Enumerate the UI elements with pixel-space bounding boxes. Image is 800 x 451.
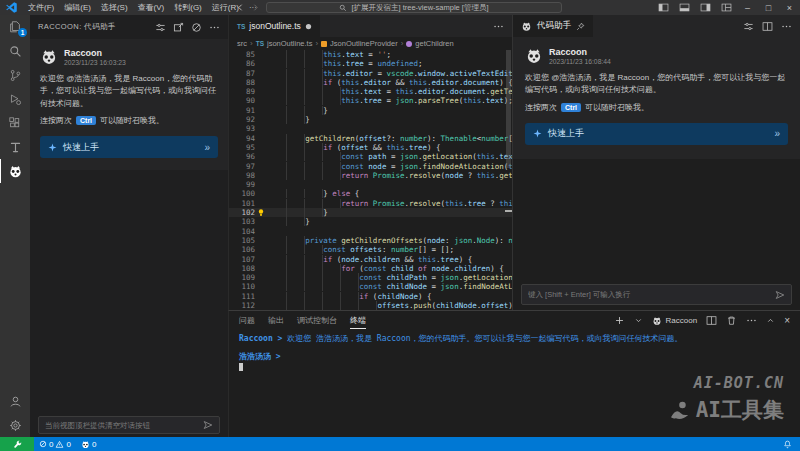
- problems-status[interactable]: 0 0: [34, 440, 76, 449]
- code-line[interactable]: 100 } else {: [229, 189, 512, 198]
- panel-tab-terminal[interactable]: 终端: [350, 313, 366, 329]
- code-line[interactable]: 90 this.tree = json.parseTree(this.text)…: [229, 96, 512, 105]
- code-line[interactable]: 94 getChildren(offset?: number): Thenabl…: [229, 134, 512, 143]
- lightbulb-icon[interactable]: [258, 209, 264, 217]
- code-line[interactable]: 102 }: [229, 208, 512, 217]
- code-line[interactable]: 87 this.editor = vscode.window.activeTex…: [229, 69, 512, 78]
- menu-edit[interactable]: 编辑(E): [59, 0, 96, 15]
- activity-run-debug[interactable]: [0, 87, 30, 111]
- minimize-button[interactable]: –: [737, 0, 758, 15]
- terminal[interactable]: Raccoon > 欢迎您 浩浩汤汤，我是 Raccoon，您的代码助手。您可以…: [229, 330, 800, 436]
- maximize-panel-icon[interactable]: [766, 316, 775, 325]
- menu-view[interactable]: 查看(V): [133, 0, 170, 15]
- quick-start-button[interactable]: 快速上手 »: [525, 123, 788, 145]
- extensions-icon: [9, 117, 22, 130]
- more-actions-icon[interactable]: [781, 21, 792, 32]
- panel-tab-problems[interactable]: 问题: [239, 313, 255, 328]
- code-line[interactable]: 85 this.text = '';: [229, 50, 512, 59]
- activity-extensions[interactable]: [0, 111, 30, 135]
- breadcrumb-method[interactable]: getChildren: [415, 39, 453, 48]
- sidebar-chat-input[interactable]: [45, 421, 199, 430]
- terminal-line: 浩浩汤汤 >: [239, 352, 800, 361]
- code-line[interactable]: 88 if (this.editor && this.editor.docume…: [229, 78, 512, 87]
- new-session-icon[interactable]: [173, 22, 184, 33]
- new-terminal-icon[interactable]: [614, 315, 625, 326]
- split-editor-icon[interactable]: [762, 21, 773, 32]
- send-icon[interactable]: [775, 290, 785, 300]
- split-terminal-icon[interactable]: [706, 315, 717, 326]
- bell-icon[interactable]: [783, 440, 792, 449]
- more-actions-icon[interactable]: [209, 22, 220, 33]
- code-line[interactable]: 99: [229, 180, 512, 189]
- code-line[interactable]: 112 offsets.push(childNode.offset);: [229, 301, 512, 310]
- menu-goto[interactable]: 转到(G): [169, 0, 207, 15]
- hint-suffix: 可以随时召唤我。: [100, 115, 164, 126]
- code-line[interactable]: 93: [229, 124, 512, 133]
- terminal-profiles-chevron-icon[interactable]: [634, 316, 643, 325]
- close-button[interactable]: ×: [779, 0, 800, 15]
- toggle-sidebar-icon[interactable]: [653, 0, 674, 15]
- code-line[interactable]: 89 this.text = this.editor.document.getT…: [229, 87, 512, 96]
- code-line[interactable]: 92 }: [229, 115, 512, 124]
- assistant-chat-input[interactable]: [528, 290, 771, 299]
- code-line[interactable]: 91 }: [229, 106, 512, 115]
- back-icon[interactable]: [236, 3, 245, 12]
- panel-tab-output[interactable]: 输出: [268, 313, 284, 328]
- command-center[interactable]: [扩展开发宿主] tree-view-sample [管理员]: [266, 2, 562, 13]
- panel-more-actions-icon[interactable]: [746, 315, 757, 326]
- pin-icon[interactable]: [576, 22, 585, 31]
- customize-layout-icon[interactable]: [716, 0, 737, 15]
- tab-assistant[interactable]: 代码助手: [513, 15, 594, 37]
- code-line[interactable]: 97 const node = json.findNodeAtLocation(…: [229, 162, 512, 171]
- activity-raccoon-assistant[interactable]: [0, 159, 30, 183]
- activity-explorer[interactable]: 1: [0, 15, 30, 39]
- maximize-button[interactable]: □: [758, 0, 779, 15]
- editor-scrollbar[interactable]: [506, 50, 511, 168]
- code-line[interactable]: 109 const childPath = json.getLocation(t…: [229, 273, 512, 282]
- breadcrumb-file[interactable]: jsonOutline.ts: [267, 39, 312, 48]
- code-line[interactable]: 105 private getChildrenOffsets(node: jso…: [229, 236, 512, 245]
- close-panel-icon[interactable]: ×: [784, 315, 790, 326]
- code-line[interactable]: 108 for (const child of node.children) {: [229, 264, 512, 273]
- code-line[interactable]: 107 if (node.children && this.tree) {: [229, 255, 512, 264]
- menu-file[interactable]: 文件(F): [23, 0, 59, 15]
- code-editor[interactable]: 85 this.text = '';86 this.tree = undefin…: [229, 50, 512, 310]
- activity-source-control[interactable]: [0, 63, 30, 87]
- panel-tab-debug-console[interactable]: 调试控制台: [297, 313, 337, 328]
- send-icon[interactable]: [203, 420, 213, 430]
- activity-testing[interactable]: [0, 135, 30, 159]
- more-actions-icon[interactable]: [493, 21, 504, 32]
- code-line[interactable]: 101 return Promise.resolve(this.tree ? t…: [229, 199, 512, 208]
- menu-selection[interactable]: 选择(S): [96, 0, 133, 15]
- code-line[interactable]: 86 this.tree = undefined;: [229, 59, 512, 68]
- settings-sliders-icon[interactable]: [743, 21, 754, 32]
- settings-sliders-icon[interactable]: [155, 22, 166, 33]
- activity-account[interactable]: [0, 389, 30, 413]
- account-icon: [9, 395, 22, 408]
- assistant-chat-inputbox[interactable]: [521, 284, 792, 305]
- sidebar-chat-inputbox[interactable]: [38, 416, 220, 434]
- kill-terminal-icon[interactable]: [726, 315, 737, 326]
- toggle-panel-icon[interactable]: [674, 0, 695, 15]
- toggle-secondary-sidebar-icon[interactable]: [695, 0, 716, 15]
- terminal-instance[interactable]: Raccoon: [652, 316, 698, 326]
- forward-icon[interactable]: [251, 3, 260, 12]
- code-line[interactable]: 98 return Promise.resolve(node ? this.ge…: [229, 171, 512, 180]
- quick-start-button[interactable]: 快速上手 »: [40, 136, 218, 158]
- code-line[interactable]: 106 const offsets: number[] = [];: [229, 245, 512, 254]
- code-line[interactable]: 103 }: [229, 217, 512, 226]
- code-line[interactable]: 110 const childNode = json.findNodeAtLoc…: [229, 282, 512, 291]
- remote-indicator[interactable]: [0, 437, 34, 451]
- tab-jsonoutline[interactable]: TS jsonOutline.ts: [229, 15, 321, 37]
- ai-toolbox-logo: [670, 401, 690, 419]
- raccoon-status[interactable]: 0: [76, 440, 101, 449]
- code-line[interactable]: 96 const path = json.getLocation(this.te…: [229, 152, 512, 161]
- activity-search[interactable]: [0, 39, 30, 63]
- breadcrumb-class[interactable]: JsonOutlineProvider: [330, 39, 398, 48]
- activity-settings[interactable]: [0, 413, 30, 437]
- code-line[interactable]: 104: [229, 227, 512, 236]
- code-line[interactable]: 95 if (offset && this.tree) {: [229, 143, 512, 152]
- breadcrumb-src[interactable]: src: [237, 39, 247, 48]
- clear-session-icon[interactable]: [191, 22, 202, 33]
- code-line[interactable]: 111 if (childNode) {: [229, 292, 512, 301]
